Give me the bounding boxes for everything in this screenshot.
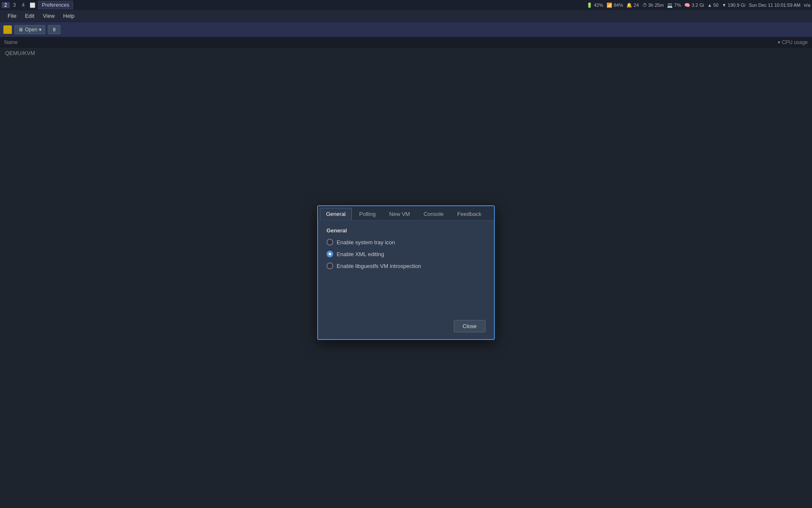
taskbar-app-title: Preferences bbox=[42, 2, 69, 8]
checkbox-row-tray[interactable]: Enable system tray icon bbox=[326, 239, 486, 246]
workspace-2[interactable]: 2 bbox=[2, 2, 10, 8]
taskbar-separator: ⬜ bbox=[30, 3, 36, 8]
pause-button[interactable]: ⏸ bbox=[48, 25, 60, 34]
taskbar-app[interactable]: Preferences bbox=[38, 1, 73, 9]
tab-console[interactable]: Console bbox=[417, 208, 450, 220]
stat-ram: 🧠 3.2 Gi bbox=[684, 3, 704, 8]
workspace-3[interactable]: 3 bbox=[11, 2, 19, 8]
open-button[interactable]: 🖥 Open ▾ bbox=[14, 25, 45, 34]
tab-general[interactable]: General bbox=[320, 208, 352, 220]
menu-help[interactable]: Help bbox=[59, 11, 79, 21]
stat-signal: 📶 84% bbox=[606, 3, 623, 8]
checkbox-xml-icon[interactable] bbox=[326, 251, 333, 257]
stat-battery: 🔋 42% bbox=[587, 3, 603, 8]
menu-file[interactable]: File bbox=[3, 11, 21, 21]
stat-net-down: ▼ 190.9 Gi bbox=[722, 3, 746, 8]
stat-net-up: ▲ 50 bbox=[708, 3, 719, 8]
open-icon: 🖥 bbox=[18, 27, 23, 33]
tab-new-vm[interactable]: New VM bbox=[383, 208, 416, 220]
app-icon bbox=[3, 25, 12, 34]
tab-polling[interactable]: Polling bbox=[353, 208, 382, 220]
taskbar: 2 3 4 ⬜ Preferences 🔋 42% 📶 84% 🔔 24 ⏱ 3… bbox=[0, 0, 812, 10]
checkbox-row-libguestfs[interactable]: Enable libguestfs VM introspection bbox=[326, 262, 486, 269]
pause-icon: ⏸ bbox=[52, 27, 57, 33]
tab-feedback[interactable]: Feedback bbox=[451, 208, 488, 220]
close-button[interactable]: Close bbox=[454, 320, 486, 332]
workspace-switcher[interactable]: 2 3 4 bbox=[2, 2, 27, 8]
dialog-spacer bbox=[326, 274, 486, 308]
workspace-4[interactable]: 4 bbox=[19, 2, 27, 8]
section-title: General bbox=[326, 227, 486, 234]
dialog-body: General Enable system tray icon Enable X… bbox=[318, 221, 494, 315]
checkbox-xml-label: Enable XML editing bbox=[337, 251, 384, 257]
dialog-footer: Close bbox=[318, 315, 494, 339]
stat-extra: n/a bbox=[804, 3, 810, 8]
toolbar: 🖥 Open ▾ ⏸ bbox=[0, 22, 812, 37]
main-area: Name ▾ CPU usage QEMU/KVM General Pollin… bbox=[0, 37, 812, 508]
menu-view[interactable]: View bbox=[38, 11, 59, 21]
checkbox-tray-icon[interactable] bbox=[326, 239, 333, 246]
stat-cpu: 💻 7% bbox=[667, 3, 681, 8]
open-label: Open bbox=[25, 27, 37, 33]
taskbar-right: 🔋 42% 📶 84% 🔔 24 ⏱ 3h 25m 💻 7% 🧠 3.2 Gi … bbox=[587, 3, 810, 8]
checkbox-libguestfs-label: Enable libguestfs VM introspection bbox=[337, 263, 421, 269]
open-dropdown-icon: ▾ bbox=[39, 27, 41, 33]
checkbox-row-xml[interactable]: Enable XML editing bbox=[326, 251, 486, 257]
dialog-tab-bar: General Polling New VM Console Feedback bbox=[318, 206, 494, 221]
stat-uptime: ⏱ 3h 25m bbox=[642, 3, 664, 8]
checkbox-libguestfs-icon[interactable] bbox=[326, 262, 333, 269]
stat-datetime: Sun Dec 11 10:01:59 AM bbox=[749, 3, 800, 8]
stat-notifications: 🔔 24 bbox=[626, 3, 639, 8]
menubar: File Edit View Help bbox=[0, 10, 812, 22]
preferences-dialog: General Polling New VM Console Feedback … bbox=[317, 205, 495, 340]
checkbox-tray-label: Enable system tray icon bbox=[337, 239, 395, 246]
menu-edit[interactable]: Edit bbox=[21, 11, 38, 21]
